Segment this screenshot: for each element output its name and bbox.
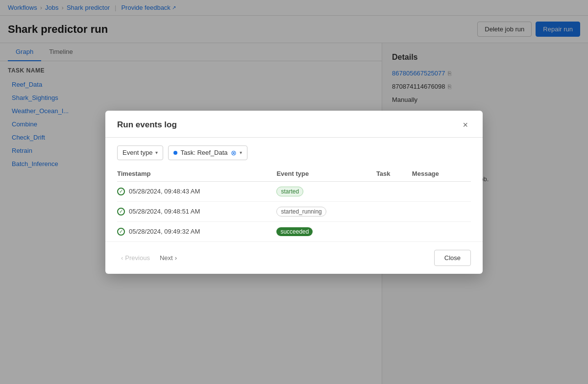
events-table: Timestamp Event type Task Message ✓ 05/2… bbox=[117, 166, 471, 241]
col-task: Task bbox=[376, 166, 412, 182]
modal-filters: Event type ▾ Task: Reef_Data ⊗ ▾ bbox=[105, 138, 483, 166]
modal-title: Run events log bbox=[117, 120, 177, 130]
event-type-filter-label: Event type bbox=[122, 149, 152, 156]
task-filter-dot-icon bbox=[173, 151, 177, 155]
col-message: Message bbox=[412, 166, 471, 182]
previous-button[interactable]: ‹ Previous bbox=[117, 252, 154, 264]
row-1-event-badge: started bbox=[276, 187, 303, 196]
pagination: ‹ Previous Next › bbox=[117, 252, 181, 264]
next-chevron-icon: › bbox=[175, 254, 177, 262]
row-3-timestamp: 05/28/2024, 09:49:32 AM bbox=[129, 228, 200, 235]
modal-close-button[interactable]: × bbox=[460, 120, 471, 130]
row-1-timestamp: 05/28/2024, 09:48:43 AM bbox=[129, 188, 200, 195]
row-2-timestamp: 05/28/2024, 09:48:51 AM bbox=[129, 208, 200, 215]
row-2-check-icon: ✓ bbox=[117, 208, 125, 216]
col-timestamp: Timestamp bbox=[117, 166, 276, 182]
task-filter-chevron-icon: ▾ bbox=[240, 150, 242, 155]
row-3-message bbox=[412, 221, 471, 241]
table-row: ✓ 05/28/2024, 09:49:32 AM succeeded bbox=[117, 221, 471, 241]
row-3-check-icon: ✓ bbox=[117, 228, 125, 236]
run-events-log-modal: Run events log × Event type ▾ Task: Reef… bbox=[105, 111, 483, 274]
row-1-message bbox=[412, 181, 471, 201]
row-2-message bbox=[412, 201, 471, 221]
row-2-task bbox=[376, 201, 412, 221]
row-2-event-badge: started_running bbox=[276, 207, 326, 216]
next-button[interactable]: Next › bbox=[156, 252, 181, 264]
task-filter[interactable]: Task: Reef_Data ⊗ ▾ bbox=[168, 145, 247, 160]
modal-table-container: Timestamp Event type Task Message ✓ 05/2… bbox=[105, 166, 483, 241]
row-3-event-badge: succeeded bbox=[276, 227, 313, 236]
modal-header: Run events log × bbox=[105, 111, 483, 138]
modal-footer: ‹ Previous Next › Close bbox=[105, 241, 483, 274]
table-row: ✓ 05/28/2024, 09:48:51 AM started_runnin… bbox=[117, 201, 471, 221]
col-event-type: Event type bbox=[276, 166, 376, 182]
row-3-task bbox=[376, 221, 412, 241]
prev-chevron-icon: ‹ bbox=[121, 254, 123, 262]
task-filter-remove-icon[interactable]: ⊗ bbox=[231, 149, 237, 157]
task-filter-label: Task: Reef_Data bbox=[180, 149, 227, 156]
close-modal-button[interactable]: Close bbox=[434, 250, 471, 266]
modal-backdrop: Run events log × Event type ▾ Task: Reef… bbox=[0, 0, 588, 384]
event-type-chevron-icon: ▾ bbox=[155, 150, 158, 155]
row-1-task bbox=[376, 181, 412, 201]
row-1-check-icon: ✓ bbox=[117, 188, 125, 195]
event-type-filter[interactable]: Event type ▾ bbox=[117, 145, 163, 160]
table-row: ✓ 05/28/2024, 09:48:43 AM started bbox=[117, 181, 471, 201]
